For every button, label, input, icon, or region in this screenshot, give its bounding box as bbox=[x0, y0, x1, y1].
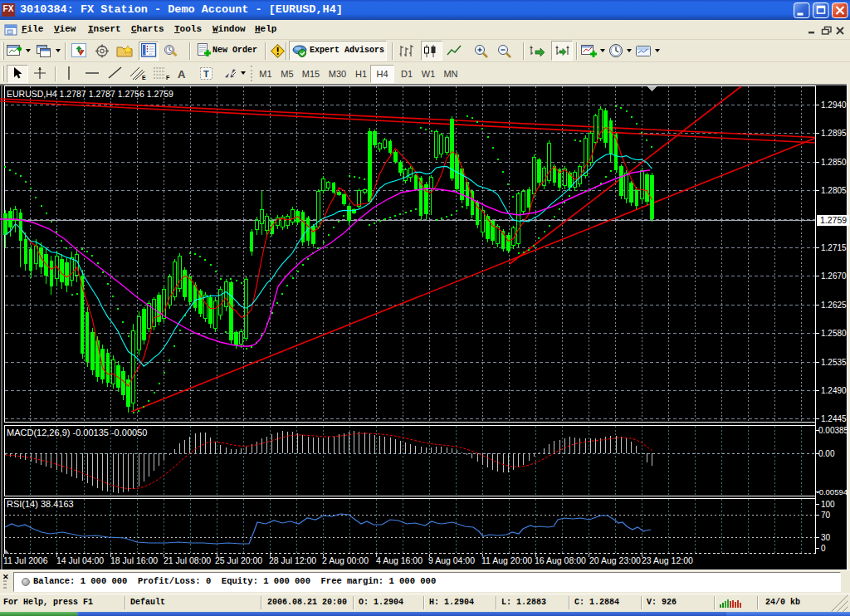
svg-text:1.2490: 1.2490 bbox=[821, 386, 847, 395]
svg-text:23 Aug 12:00: 23 Aug 12:00 bbox=[642, 555, 693, 565]
svg-text:30: 30 bbox=[821, 533, 831, 542]
svg-text:EURUSD,H4 1.2787 1.2787 1.275: EURUSD,H4 1.2787 1.2787 1.2756 1.2759 bbox=[7, 89, 173, 99]
svg-text:20 Aug 23:00: 20 Aug 23:00 bbox=[589, 555, 641, 565]
svg-text:MACD(12,26,9) -0.00135 -0.0005: MACD(12,26,9) -0.00135 -0.00050 bbox=[7, 428, 147, 438]
svg-text:1.2670: 1.2670 bbox=[821, 271, 847, 281]
svg-text:0.00: 0.00 bbox=[818, 449, 835, 458]
svg-text:16 Aug 08:00: 16 Aug 08:00 bbox=[535, 555, 586, 565]
svg-text:0: 0 bbox=[821, 544, 826, 553]
svg-text:2 Aug 00:00: 2 Aug 00:00 bbox=[322, 555, 369, 565]
svg-text:9 Aug 04:00: 9 Aug 04:00 bbox=[428, 555, 475, 565]
svg-text:1.2580: 1.2580 bbox=[821, 329, 847, 338]
svg-text:1.2895: 1.2895 bbox=[821, 129, 847, 138]
svg-text:11 Aug 20:00: 11 Aug 20:00 bbox=[481, 555, 532, 565]
svg-text:25 Jul 20:00: 25 Jul 20:00 bbox=[215, 555, 262, 565]
svg-text:1.2850: 1.2850 bbox=[821, 158, 847, 167]
svg-text:18 Jul 16:00: 18 Jul 16:00 bbox=[110, 555, 158, 565]
svg-text:0.00385: 0.00385 bbox=[818, 426, 849, 435]
svg-text:11 Jul 2006: 11 Jul 2006 bbox=[3, 555, 48, 565]
svg-text:1.2715: 1.2715 bbox=[821, 243, 847, 252]
svg-text:1.2759: 1.2759 bbox=[820, 215, 847, 225]
svg-text:100: 100 bbox=[821, 500, 835, 509]
svg-text:14 Jul 04:00: 14 Jul 04:00 bbox=[56, 555, 104, 565]
svg-text:1.2805: 1.2805 bbox=[821, 186, 847, 195]
svg-text:4 Aug 16:00: 4 Aug 16:00 bbox=[376, 555, 423, 565]
svg-text:1.2625: 1.2625 bbox=[821, 301, 847, 310]
svg-text:1.2940: 1.2940 bbox=[821, 100, 847, 110]
svg-text:1.2535: 1.2535 bbox=[821, 358, 847, 367]
svg-text:-0.00594: -0.00594 bbox=[817, 487, 848, 496]
svg-text:21 Jul 08:00: 21 Jul 08:00 bbox=[164, 555, 211, 565]
svg-text:RSI(14) 38.4163: RSI(14) 38.4163 bbox=[7, 499, 74, 509]
svg-text:1.2445: 1.2445 bbox=[821, 414, 847, 423]
svg-text:28 Jul 12:00: 28 Jul 12:00 bbox=[269, 555, 316, 565]
svg-text:70: 70 bbox=[821, 511, 831, 520]
